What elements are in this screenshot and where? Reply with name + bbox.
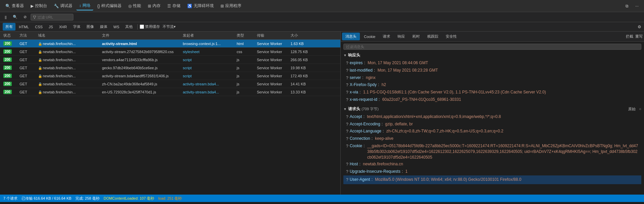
col-header-initiator[interactable]: 发起者: [181, 33, 235, 38]
tab-stack-trace[interactable]: 栈跟踪: [424, 33, 442, 40]
request-headers-list: ? Accept : text/html,application/xhtml+x…: [343, 113, 641, 184]
raw-toggle-switch[interactable]: ○: [639, 107, 641, 111]
cell-status: 200: [1, 82, 18, 86]
table-row[interactable]: 200 GET 🔒newtab.firefoxchin... activity-…: [0, 40, 340, 48]
table-row[interactable]: 200 GET 🔒newtab.firefoxchin... vendors.a…: [0, 56, 340, 64]
filter-tab-js[interactable]: JS: [46, 24, 56, 30]
disable-cache-input[interactable]: [140, 25, 144, 29]
tab-response[interactable]: 响应: [394, 33, 408, 40]
help-icon[interactable]: ?: [346, 82, 348, 88]
tab-cookie[interactable]: Cookie: [361, 33, 379, 40]
filter-tab-all[interactable]: 所有: [3, 23, 15, 31]
header-colon: :: [363, 114, 366, 120]
col-header-domain[interactable]: 域名: [36, 33, 100, 38]
cell-type: js: [235, 82, 255, 86]
help-icon[interactable]: ?: [346, 90, 348, 95]
filter-tab-ws[interactable]: WS: [111, 24, 122, 30]
header-name: Connection: [350, 136, 370, 141]
disable-cache-checkbox[interactable]: 禁用缓存: [140, 24, 160, 29]
filter-tab-html[interactable]: HTML: [16, 24, 32, 30]
detach-button[interactable]: ⧉: [623, 2, 631, 10]
clear-button[interactable]: 🔍: [11, 14, 20, 20]
pause-recording-button[interactable]: ||: [3, 14, 9, 20]
help-icon[interactable]: ?: [346, 68, 348, 74]
tab-message-headers[interactable]: 消息头: [342, 33, 360, 40]
help-icon[interactable]: ?: [346, 169, 348, 175]
raw-toggle[interactable]: 原始: [628, 107, 636, 112]
intercept-button[interactable]: 拦截: [626, 34, 633, 39]
filter-tab-other[interactable]: 其他: [123, 23, 135, 31]
table-row[interactable]: 200 GET 🔒newtab.firefoxchin... zh-CN.ba2…: [0, 80, 340, 88]
header-name: last-modified: [350, 68, 373, 73]
filter-tabs-bar: 所有 HTML CSS JS XHR 字体 图像 媒体 WS 其他 禁用缓存 不…: [0, 22, 644, 32]
toolbar-accessibility[interactable]: ♿ 无障碍环境: [184, 2, 216, 10]
more-button[interactable]: ···: [633, 2, 641, 10]
table-row[interactable]: 200 GET 🔒newtab.firefoxchin... activity-…: [0, 72, 340, 80]
table-row[interactable]: 200 GET 🔒newtab.firefoxchin... gecko.97d…: [0, 64, 340, 72]
toolbar-storage[interactable]: ☰ 存储: [165, 2, 183, 10]
col-header-transfer[interactable]: 传输: [255, 33, 289, 38]
header-name: User-Agent: [350, 177, 370, 182]
help-icon[interactable]: ?: [346, 144, 348, 149]
col-header-method[interactable]: 方法: [18, 33, 36, 38]
help-icon[interactable]: ?: [346, 129, 348, 134]
toolbar-style-editor[interactable]: {} 样式编辑器: [95, 2, 124, 10]
header-value: text/html,application/xhtml+xml,applicat…: [367, 114, 501, 120]
tab-timing[interactable]: 耗时: [409, 33, 423, 40]
toolbar-network[interactable]: ↕ 网络: [76, 1, 93, 10]
col-header-type[interactable]: 类型: [235, 33, 255, 38]
filter-tab-xhr[interactable]: XHR: [56, 24, 69, 30]
url-filter-input[interactable]: [37, 15, 71, 19]
toolbar-app[interactable]: ⊞ 应用程序: [218, 2, 244, 10]
col-header-file[interactable]: 文件: [100, 33, 181, 38]
toolbar-memory[interactable]: ⊞ 内存: [145, 2, 163, 10]
header-value: 1.1 PS-CGQ-01S8d61:1 (Cdn Cache Server V…: [363, 89, 546, 95]
tab-request[interactable]: 请求: [379, 33, 394, 40]
tab-security[interactable]: 安全性: [442, 33, 460, 40]
help-icon[interactable]: ?: [346, 162, 348, 167]
status-load: load: 251 毫秒: [158, 196, 182, 201]
help-icon[interactable]: ?: [346, 75, 348, 81]
help-icon[interactable]: ?: [346, 97, 348, 103]
cell-domain: 🔒newtab.firefoxchin...: [36, 66, 100, 70]
filter-tab-css[interactable]: CSS: [32, 24, 45, 30]
col-header-status[interactable]: 状态: [1, 33, 18, 38]
response-headers-title: 响应头: [348, 52, 360, 58]
filter-tab-font[interactable]: 字体: [70, 23, 83, 31]
headers-filter-input[interactable]: [343, 44, 641, 50]
header-name: x-via: [350, 89, 358, 95]
cell-status: 200: [1, 49, 18, 54]
filter-tab-image[interactable]: 图像: [84, 23, 97, 31]
table-row[interactable]: 200 GET 🔒newtab.firefoxchin... activity-…: [0, 48, 340, 56]
toolbar-debugger[interactable]: 🔧 调试器: [51, 2, 75, 10]
header-colon: :: [371, 136, 374, 141]
cell-initiator: browsing-context.js:1...: [181, 42, 235, 46]
filter-options-button[interactable]: ⊘: [22, 14, 29, 20]
table-row[interactable]: 200 GET 🔒newtab.firefoxchin... en-US.729…: [0, 88, 340, 96]
status-transferred: 已传输 616.64 KB / 616.64 KB: [22, 196, 71, 201]
help-icon[interactable]: ?: [346, 60, 348, 66]
throttle-select[interactable]: 不节流▾: [163, 24, 176, 29]
response-header-row: ? expires : Mon, 17 May 2021 08:44:06 GM…: [343, 59, 641, 67]
settings-button[interactable]: ⚙: [638, 25, 641, 29]
rewrite-button[interactable]: 重写: [635, 34, 643, 39]
url-filter[interactable]: ▽: [31, 14, 73, 21]
help-icon[interactable]: ?: [346, 177, 348, 183]
main-area: 状态 方法 域名 文件 发起者 类型 传输 大小 200 GET 🔒newtab…: [0, 32, 644, 195]
cell-status: 200: [1, 90, 18, 94]
toolbar-console[interactable]: ▶ 控制台: [28, 2, 50, 10]
request-headers-section[interactable]: ▼ 请求头 (709 字节) 原始 ○: [343, 106, 641, 112]
cell-type: css: [235, 50, 255, 54]
help-icon[interactable]: ?: [346, 136, 348, 142]
toolbar-performance[interactable]: ◎ 性能: [126, 2, 144, 10]
response-headers-section[interactable]: ▼ 响应头: [343, 52, 641, 58]
cell-type: html: [235, 42, 255, 46]
help-icon[interactable]: ?: [346, 114, 348, 120]
cell-file: activity-stream.bda4aedff572681f1406.js: [100, 74, 181, 78]
help-icon[interactable]: ?: [346, 122, 348, 127]
col-header-size[interactable]: 大小: [289, 33, 315, 38]
toolbar-inspector[interactable]: 🔍 查看器: [3, 2, 27, 10]
request-header-row: ? Host : newtab.firefoxchina.cn: [343, 161, 641, 168]
console-icon: ▶: [31, 4, 34, 8]
filter-tab-media[interactable]: 媒体: [97, 23, 110, 31]
